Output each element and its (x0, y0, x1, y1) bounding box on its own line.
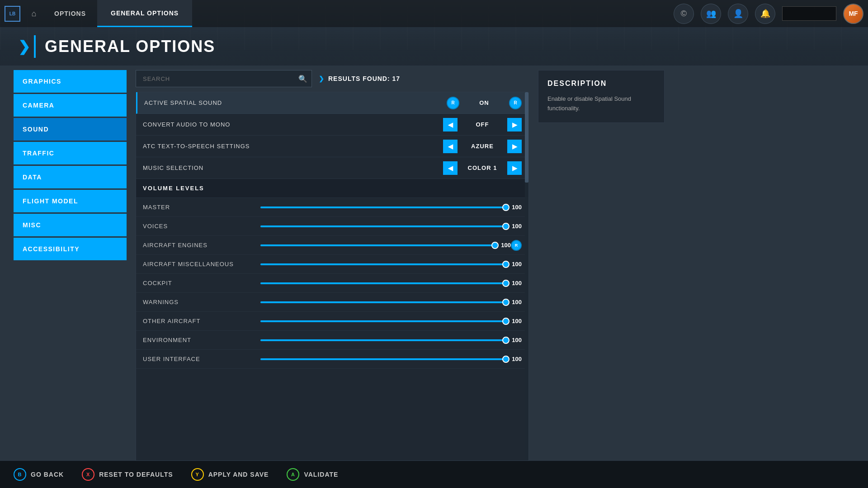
ctrl-btn-convert-audio-left[interactable]: ◀ (443, 118, 458, 131)
slider-wrap-warnings (260, 301, 506, 303)
slider-track-warnings[interactable] (260, 301, 506, 303)
option-row-active-spatial-sound: ACTIVE SPATIAL SOUND R ON R (136, 92, 528, 114)
slider-label-warnings: WARNINGS (143, 299, 260, 305)
sidebar-item-graphics[interactable]: GRAPHICS (14, 70, 127, 93)
apply-and-save-button[interactable]: Y APPLY AND SAVE (191, 468, 269, 481)
ctrl-btn-atc-tts-right[interactable]: ▶ (507, 140, 522, 153)
ctrl-btn-music-left[interactable]: ◀ (443, 161, 458, 175)
results-found: ❯ RESULTS FOUND: 17 (319, 75, 400, 82)
search-input[interactable] (136, 70, 312, 87)
sidebar-item-flight-model[interactable]: FLIGHT MODEL (14, 190, 127, 212)
slider-thumb-master[interactable] (502, 204, 509, 211)
slider-thumb-environment[interactable] (502, 337, 509, 344)
slider-label-other-aircraft: OTHER AIRCRAFT (143, 318, 260, 324)
slider-row-other-aircraft: OTHER AIRCRAFT 100 (136, 312, 528, 331)
results-chevron-icon: ❯ (319, 75, 325, 82)
nav-home-button[interactable]: ⌂ (25, 5, 43, 23)
slider-fill-warnings (260, 301, 506, 303)
slider-fill-user-interface (260, 358, 506, 360)
slider-row-environment: ENVIRONMENT 100 (136, 331, 528, 350)
sidebar-item-misc[interactable]: MISC (14, 214, 127, 236)
slider-fill-other-aircraft (260, 320, 506, 322)
slider-thumb-other-aircraft[interactable] (502, 318, 509, 325)
search-bar: 🔍 ❯ RESULTS FOUND: 17 (136, 70, 529, 87)
reset-btn-active-spatial-sound-left[interactable]: R (447, 97, 459, 109)
sidebar-item-data[interactable]: DATA (14, 166, 127, 188)
slider-track-other-aircraft[interactable] (260, 320, 506, 322)
slider-thumb-warnings[interactable] (502, 299, 509, 306)
option-controls-convert-audio: ◀ OFF ▶ (443, 118, 522, 131)
option-label-music-selection: MUSIC SELECTION (143, 164, 443, 171)
scrollbar-thumb[interactable] (525, 92, 528, 183)
slider-label-aircraft-misc: AIRCRAFT MISCELLANEOUS (143, 261, 260, 267)
slider-label-aircraft-engines: AIRCRAFT ENGINES (143, 242, 260, 249)
slider-row-master: MASTER 100 (136, 198, 528, 217)
nav-avatar[interactable]: MF (843, 4, 863, 24)
main-content: ❯ GENERAL OPTIONS GRAPHICS CAMERA SOUND … (0, 27, 868, 488)
option-controls-music-selection: ◀ COLOR 1 ▶ (443, 161, 522, 175)
main-panel: 🔍 ❯ RESULTS FOUND: 17 ACTIVE SPATIAL SOU… (136, 66, 529, 461)
slider-thumb-aircraft-misc[interactable] (502, 261, 509, 268)
scrollbar-track[interactable] (525, 92, 528, 460)
option-row-music-selection: MUSIC SELECTION ◀ COLOR 1 ▶ (136, 157, 528, 179)
slider-track-aircraft-misc[interactable] (260, 263, 506, 265)
nav-options-tab[interactable]: OPTIONS (43, 0, 97, 27)
results-label: RESULTS FOUND: (328, 75, 390, 82)
page-header: ❯ GENERAL OPTIONS (0, 27, 868, 66)
option-label-convert-audio: CONVERT AUDIO TO MONO (143, 121, 443, 128)
slider-thumb-cockpit[interactable] (502, 280, 509, 287)
content-wrapper: GRAPHICS CAMERA SOUND TRAFFIC DATA FLIGH… (0, 66, 868, 461)
results-count: 17 (392, 75, 401, 82)
slider-track-user-interface[interactable] (260, 358, 506, 360)
slider-label-voices: VOICES (143, 223, 260, 230)
option-value-active-spatial-sound: ON (462, 99, 507, 106)
ctrl-btn-music-right[interactable]: ▶ (507, 161, 522, 175)
reset-btn-active-spatial-sound-right[interactable]: R (509, 97, 522, 109)
sidebar: GRAPHICS CAMERA SOUND TRAFFIC DATA FLIGH… (14, 66, 127, 461)
slider-label-user-interface: USER INTERFACE (143, 356, 260, 362)
slider-thumb-voices[interactable] (502, 223, 509, 230)
nav-right: © 👥 👤 🔔 MF (674, 4, 863, 24)
slider-row-voices: VOICES 100 (136, 217, 528, 236)
slider-track-aircraft-engines[interactable] (260, 244, 495, 246)
nav-icon-notifications[interactable]: 🔔 (755, 4, 775, 24)
slider-track-environment[interactable] (260, 339, 506, 341)
description-box: DESCRIPTION Enable or disable Spatial So… (538, 70, 665, 123)
slider-track-cockpit[interactable] (260, 282, 506, 284)
slider-row-warnings: WARNINGS 100 (136, 293, 528, 312)
validate-key-icon: A (287, 468, 299, 481)
option-value-music-selection: COLOR 1 (460, 164, 505, 171)
sidebar-item-accessibility[interactable]: ACCESSIBILITY (14, 238, 127, 260)
apply-and-save-label: APPLY AND SAVE (208, 471, 269, 478)
sidebar-item-traffic[interactable]: TRAFFIC (14, 142, 127, 164)
ctrl-btn-convert-audio-right[interactable]: ▶ (507, 118, 522, 131)
slider-thumb-user-interface[interactable] (502, 356, 509, 363)
section-title-volume: VOLUME LEVELS (143, 185, 204, 192)
sidebar-item-sound[interactable]: SOUND (14, 118, 127, 141)
reset-to-defaults-key-icon: X (82, 468, 94, 481)
header-divider (34, 35, 36, 58)
go-back-button[interactable]: B GO BACK (14, 468, 64, 481)
slider-wrap-other-aircraft (260, 320, 506, 322)
nav-icon-profile[interactable]: 👤 (728, 4, 748, 24)
option-controls-active-spatial-sound: R ON R (447, 97, 522, 109)
slider-thumb-aircraft-engines[interactable] (491, 242, 499, 249)
option-controls-atc-tts: ◀ AZURE ▶ (443, 140, 522, 153)
nav-icon-community[interactable]: 👥 (701, 4, 721, 24)
option-label-active-spatial-sound: ACTIVE SPATIAL SOUND (144, 99, 447, 106)
ctrl-btn-atc-tts-left[interactable]: ◀ (443, 140, 458, 153)
slider-fill-cockpit (260, 282, 506, 284)
nav-general-options-tab[interactable]: GENERAL OPTIONS (97, 0, 192, 27)
sidebar-item-camera[interactable]: CAMERA (14, 94, 127, 117)
nav-icon-copyright[interactable]: © (674, 4, 694, 24)
validate-button[interactable]: A VALIDATE (287, 468, 338, 481)
slider-reset-btn-aircraft-engines[interactable]: R (511, 240, 522, 251)
top-nav: LB ⌂ OPTIONS GENERAL OPTIONS © 👥 👤 🔔 MF (0, 0, 868, 27)
slider-wrap-environment (260, 339, 506, 341)
slider-row-user-interface: USER INTERFACE 100 (136, 350, 528, 369)
slider-label-environment: ENVIRONMENT (143, 337, 260, 343)
slider-fill-master (260, 206, 506, 208)
reset-to-defaults-button[interactable]: X RESET TO DEFAULTS (82, 468, 173, 481)
slider-track-master[interactable] (260, 206, 506, 208)
slider-track-voices[interactable] (260, 225, 506, 227)
